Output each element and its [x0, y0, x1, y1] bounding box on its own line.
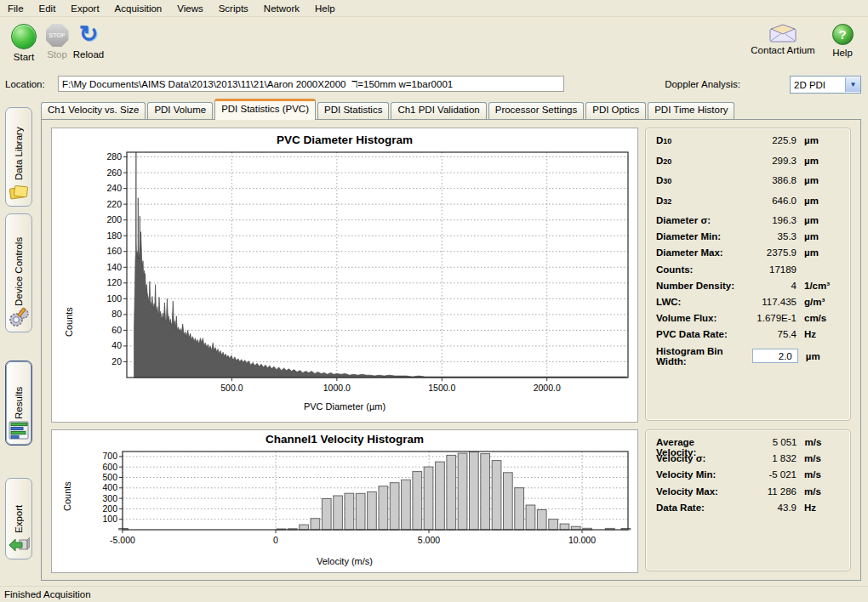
stat-label: D — [656, 156, 663, 166]
svg-text:80: 80 — [111, 309, 122, 319]
stat-value: 2375.9 — [735, 247, 797, 258]
stat-value: 386.8 — [735, 175, 797, 185]
doppler-analysis-value: 2D PDI — [791, 80, 845, 90]
reload-button[interactable]: ↻ Reload — [70, 23, 107, 60]
stat-label: Histogram Bin Width: — [656, 346, 752, 366]
svg-text:200: 200 — [102, 503, 117, 514]
sidebar-item-label: Results — [14, 368, 24, 419]
stat-label: Diameter σ: — [656, 215, 711, 225]
svg-text:100: 100 — [106, 293, 122, 304]
tab-pdi-time-history[interactable]: PDI Time History — [648, 102, 734, 119]
stat-row: D20299.3µm — [656, 156, 842, 176]
stat-unit: m/s — [797, 469, 842, 480]
stat-label: Diameter Max: — [656, 247, 723, 258]
start-button[interactable]: Start — [7, 24, 41, 62]
stat-row: Number Density:41/cm³ — [656, 281, 842, 297]
stat-unit: µm — [797, 215, 842, 225]
stat-unit: m/s — [797, 486, 842, 497]
stat-value: 117.435 — [735, 297, 797, 307]
stat-row: Velocity Max:11 286m/s — [656, 486, 842, 503]
menu-edit[interactable]: Edit — [31, 2, 64, 15]
menu-export[interactable]: Export — [63, 2, 106, 15]
envelope-icon — [769, 24, 797, 43]
menu-help[interactable]: Help — [307, 2, 343, 15]
doppler-analysis-label: Doppler Analysis: — [665, 79, 740, 89]
location-label: Location: — [5, 79, 45, 89]
stat-label: Velocity Min: — [656, 469, 716, 480]
svg-text:600: 600 — [102, 462, 117, 472]
stat-value: 299.3 — [735, 156, 797, 166]
menu-network[interactable]: Network — [256, 2, 307, 15]
stat-value: 1.679E-1 — [735, 313, 797, 323]
stat-row: Velocity Min:-5 021m/s — [656, 469, 842, 486]
stat-label: Velocity σ: — [656, 453, 705, 463]
reload-icon: ↻ — [70, 23, 107, 47]
tab-pdi-statistics-pvc[interactable]: PDI Statistics (PVC) — [214, 99, 316, 120]
sidebar-item-label: Export — [14, 486, 24, 533]
svg-text:240: 240 — [106, 183, 122, 193]
stat-value: -5 021 — [735, 469, 797, 480]
velocity-histogram-plot: 100200300400500600700-5.00005.00010.000 — [52, 430, 637, 549]
export-arrow-icon — [8, 533, 30, 555]
svg-text:5.000: 5.000 — [418, 535, 440, 545]
tab-processor-settings[interactable]: Processor Settings — [488, 102, 585, 119]
svg-text:-5.000: -5.000 — [110, 535, 135, 545]
stat-unit: m/s — [797, 437, 842, 447]
tab-page-pdi-statistics-pvc: PVC Diameter Histogram Counts 2040608010… — [41, 119, 861, 581]
chevron-down-icon[interactable]: ▼ — [845, 77, 860, 92]
tab-ch1-pdi-validation[interactable]: Ch1 PDI Validation — [391, 102, 486, 119]
tab-pdi-statistics[interactable]: PDI Statistics — [317, 102, 389, 119]
svg-text:280: 280 — [106, 151, 122, 162]
menu-file[interactable]: File — [0, 2, 31, 15]
svg-text:500: 500 — [102, 472, 117, 482]
velocity-histogram-panel: Channel1 Velocity Histogram Counts 10020… — [51, 429, 638, 573]
stat-label: Number Density: — [656, 281, 734, 291]
stat-label: Velocity Max: — [656, 486, 718, 497]
tab-pdi-volume[interactable]: PDI Volume — [147, 102, 213, 119]
stat-label: Counts: — [656, 264, 693, 275]
stat-unit: µm — [797, 135, 842, 145]
svg-text:500.0: 500.0 — [220, 383, 243, 393]
svg-text:120: 120 — [106, 277, 122, 287]
start-icon — [11, 24, 37, 49]
sidebar-item-data-library[interactable]: Data Library — [5, 107, 32, 207]
menu-views[interactable]: Views — [169, 2, 210, 15]
pvc-statistics-panel: D10225.9µm D20299.3µm D30386.8µm D32646.… — [645, 128, 851, 421]
stat-row: Average Velocity:5 051m/s — [656, 437, 842, 453]
stat-label: Diameter Min: — [656, 231, 721, 241]
location-input[interactable] — [58, 76, 564, 92]
menu-acquisition[interactable]: Acquisition — [107, 2, 170, 15]
menu-scripts[interactable]: Scripts — [211, 2, 256, 15]
stat-value: 225.9 — [735, 135, 797, 145]
gear-icon — [8, 306, 30, 328]
status-bar: Finished Acquisition — [0, 586, 868, 602]
sidebar-item-results[interactable]: Results — [5, 361, 32, 446]
stat-value: 17189 — [735, 264, 797, 275]
svg-text:1000.0: 1000.0 — [323, 383, 351, 393]
stop-button[interactable]: STOP Stop — [42, 24, 72, 60]
sidebar-item-export[interactable]: Export — [5, 478, 32, 559]
histogram-bin-width-input[interactable] — [752, 349, 798, 363]
stat-value: 43.9 — [735, 503, 797, 513]
stat-row: PVC Data Rate:75.4Hz — [656, 329, 842, 345]
help-button[interactable]: ? Help — [824, 22, 861, 58]
stat-label-subscript: 10 — [663, 137, 671, 145]
sidebar-item-label: Device Controls — [14, 221, 24, 306]
velocity-x-axis-label: Velocity (m/s) — [52, 556, 637, 566]
tab-pdi-optics[interactable]: PDI Optics — [585, 102, 646, 119]
svg-text:180: 180 — [106, 230, 122, 241]
stat-label-subscript: 30 — [663, 177, 671, 185]
stat-label: PVC Data Rate: — [656, 329, 728, 339]
folder-icon — [8, 180, 30, 202]
sidebar-item-label: Data Library — [14, 115, 24, 180]
stat-unit: Hz — [797, 329, 842, 339]
doppler-analysis-select[interactable]: 2D PDI ▼ — [790, 76, 861, 94]
help-label: Help — [824, 48, 861, 58]
contact-artium-button[interactable]: Contact Artium — [749, 22, 817, 55]
tab-ch1-velocity-vs-size[interactable]: Ch1 Velocity vs. Size — [41, 102, 146, 119]
stat-value: 4 — [735, 281, 797, 291]
stat-label: D — [656, 175, 663, 185]
svg-text:0: 0 — [273, 535, 278, 545]
stat-row: Diameter Max:2375.9µm — [656, 247, 842, 264]
sidebar-item-device-controls[interactable]: Device Controls — [5, 213, 32, 332]
